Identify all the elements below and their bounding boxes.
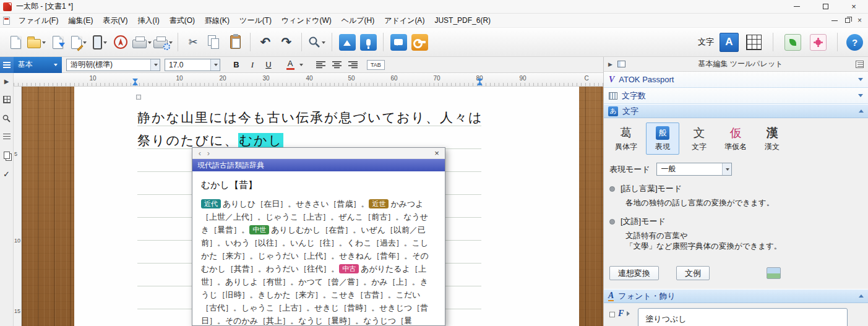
chevron-up-icon[interactable] [859, 107, 864, 113]
left-margin-marker[interactable] [132, 79, 138, 85]
maximize-button[interactable] [811, 0, 840, 13]
font-selector[interactable]: 游明朝(標準) [66, 59, 160, 71]
mobile-view-button[interactable] [90, 30, 110, 54]
style-set-button[interactable] [783, 30, 802, 54]
palette-window-icon[interactable] [617, 61, 625, 67]
font-size-selector[interactable]: 17.0 [165, 59, 220, 71]
close-button[interactable]: × [840, 0, 868, 13]
paste-button[interactable] [225, 30, 245, 54]
menu-insert[interactable]: 挿入(I) [132, 14, 164, 28]
menu-window[interactable]: ウィンドウ(W) [277, 14, 337, 28]
comment-button[interactable] [389, 30, 408, 54]
voice-input-button[interactable] [358, 30, 378, 54]
zoom-button[interactable] [307, 30, 327, 54]
menu-edit[interactable]: 編集(E) [63, 14, 98, 28]
redo-button[interactable]: ↷ [277, 30, 296, 54]
navigation-button[interactable] [111, 30, 131, 54]
mdi-minimize-icon[interactable] [831, 20, 838, 21]
chevron-up-icon[interactable] [859, 292, 864, 298]
palette-grid-icon[interactable] [2, 95, 11, 104]
align-center-button[interactable] [329, 58, 344, 72]
horizontal-ruler[interactable]: 10 10 20 30 40 50 60 70 80 90 C [14, 73, 603, 87]
tool-hyogen[interactable]: 般 表現 [646, 122, 679, 155]
document-text-line[interactable]: 静かな山里には今も古い伝承が息づいており、人々は [137, 109, 483, 126]
bold-button[interactable]: B [229, 58, 244, 72]
table-button[interactable] [744, 30, 763, 54]
dictionary-close-icon[interactable]: × [432, 148, 442, 158]
pages-icon[interactable] [2, 151, 11, 160]
moji-section-header[interactable]: あ 文字 [604, 104, 868, 118]
example-button[interactable]: 文例 [676, 266, 710, 280]
dropdown-caret-icon[interactable] [103, 41, 107, 46]
mdi-restore-icon[interactable] [845, 18, 850, 23]
dropdown-caret-icon[interactable] [83, 41, 87, 46]
bungo-mode-radio-row[interactable]: [文語]モード [609, 215, 862, 228]
radio-icon[interactable] [609, 186, 615, 192]
dropdown-caret-icon[interactable] [299, 64, 303, 68]
undo-button[interactable]: ↶ [256, 30, 275, 54]
open-button[interactable] [27, 30, 46, 54]
menu-help[interactable]: ヘルプ(H) [337, 14, 380, 28]
menu-ruledlines[interactable]: 罫線(K) [200, 14, 234, 28]
menu-view[interactable]: 表示(V) [98, 14, 132, 28]
expression-mode-select[interactable]: 一般 [656, 163, 732, 176]
style-selector[interactable]: 基本 [14, 57, 62, 73]
palette-list-icon[interactable] [856, 61, 864, 68]
minimize-button[interactable] [783, 0, 811, 13]
tool-itaiji[interactable]: 葛 異体字 [609, 122, 643, 155]
dropdown-caret-icon[interactable] [148, 41, 152, 46]
chevron-down-icon[interactable] [150, 59, 160, 71]
tab-button[interactable]: TAB [367, 60, 385, 70]
menu-file[interactable]: ファイル(F) [14, 14, 63, 28]
menu-justpdf[interactable]: JUST_PDF_6(R) [429, 14, 496, 27]
back-icon[interactable]: ‹ [196, 149, 204, 157]
decoration-button[interactable] [808, 30, 828, 54]
fill-setting-box[interactable]: 塗りつぶし [638, 308, 848, 326]
help-button[interactable]: ? [846, 34, 863, 51]
chevron-down-icon[interactable] [722, 163, 731, 175]
picture-icon[interactable] [767, 267, 781, 279]
spoken-mode-radio-row[interactable]: [話し言葉]モード [609, 182, 862, 195]
align-right-button[interactable] [345, 58, 360, 72]
align-left-button[interactable] [313, 58, 328, 72]
list-icon[interactable] [2, 132, 11, 141]
chevron-down-icon[interactable] [858, 94, 863, 100]
forward-icon[interactable]: › [204, 149, 213, 157]
tool-kanbun[interactable]: 漢 漢文 [755, 122, 789, 155]
media-button[interactable] [337, 30, 357, 54]
selected-text[interactable]: むかし [238, 133, 283, 148]
copy-button[interactable] [204, 30, 224, 54]
association-convert-button[interactable]: 連想変換 [609, 266, 659, 280]
hamburger-menu-button[interactable] [0, 57, 14, 73]
check-icon[interactable]: ✓ [2, 169, 11, 178]
tool-moji[interactable]: 文 文字 [682, 122, 716, 155]
vertical-ruler[interactable]: 5 10 15 [14, 87, 22, 326]
collapse-arrow-icon[interactable]: ▶ [608, 61, 612, 67]
save-as-button[interactable] [69, 30, 88, 54]
menu-tools[interactable]: ツール(T) [234, 14, 277, 28]
dropdown-caret-icon[interactable] [322, 41, 325, 46]
italic-button[interactable]: I [245, 58, 260, 72]
dropdown-caret-icon[interactable] [42, 41, 46, 46]
menu-addin[interactable]: アドイン(A) [379, 14, 429, 28]
font-color-button[interactable]: A [283, 58, 298, 72]
security-button[interactable] [410, 30, 429, 54]
underline-button[interactable]: U [261, 58, 276, 72]
font-section-header[interactable]: A フォント・飾り [604, 289, 868, 303]
print-button[interactable] [132, 30, 152, 54]
tool-junkana[interactable]: 仮 準仮名 [719, 122, 752, 155]
expand-arrow-icon[interactable]: ▶ [2, 77, 11, 85]
save-button[interactable] [48, 30, 67, 54]
char-input-mode-button[interactable]: A [720, 33, 739, 52]
new-document-button[interactable] [6, 30, 25, 54]
chevron-down-icon[interactable] [858, 78, 863, 84]
mdi-close-icon[interactable]: × [857, 16, 862, 25]
cut-button[interactable]: ✂ [183, 30, 203, 54]
atok-passport-row[interactable]: V ATOK Passport [604, 72, 868, 88]
chevron-right-icon[interactable] [627, 311, 632, 316]
char-count-row[interactable]: 文字数 [604, 88, 868, 104]
search-icon[interactable] [2, 114, 11, 122]
print-settings-button[interactable] [153, 30, 173, 54]
document-text-line[interactable]: 祭りのたびに、むかし [137, 132, 283, 149]
font-checkbox[interactable] [609, 312, 615, 317]
